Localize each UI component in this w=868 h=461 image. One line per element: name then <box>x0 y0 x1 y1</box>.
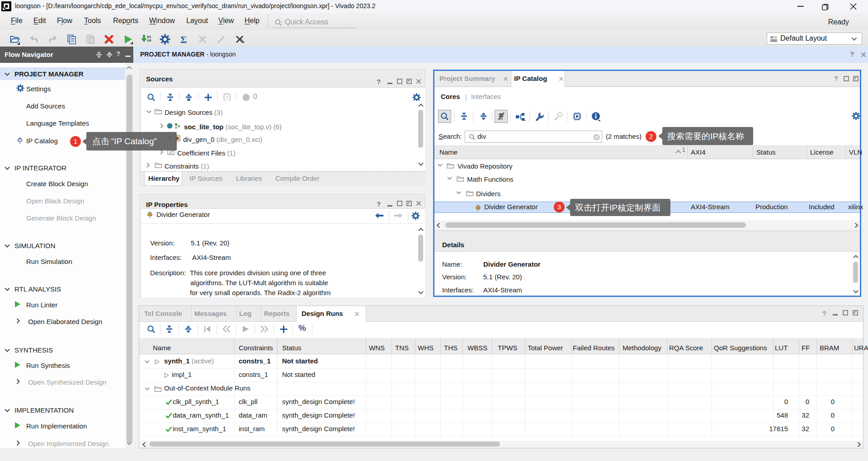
svg-text:?: ? <box>226 95 228 100</box>
svg-text:Σ: Σ <box>180 34 187 45</box>
svg-text:10: 10 <box>147 38 151 42</box>
